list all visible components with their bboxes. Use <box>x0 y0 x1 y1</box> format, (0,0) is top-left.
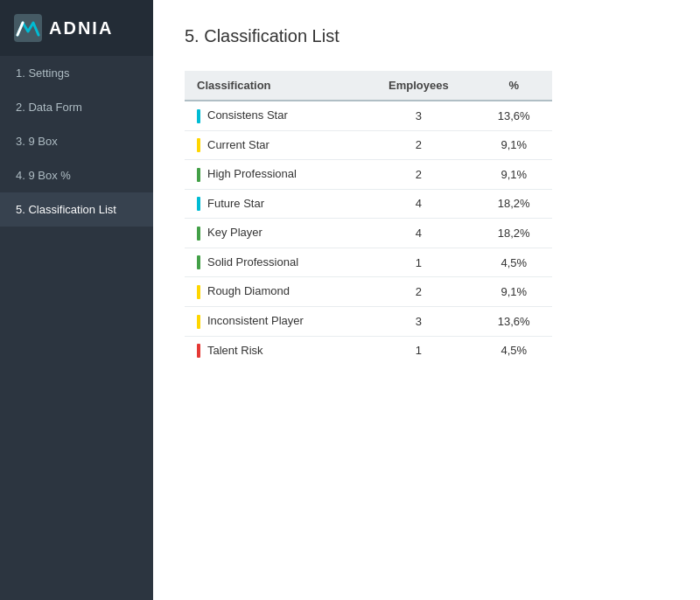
table-row: Talent Risk14,5% <box>185 336 552 365</box>
sidebar-item-9box[interactable]: 3. 9 Box <box>0 124 153 158</box>
color-bar-6 <box>197 285 200 299</box>
color-bar-1 <box>197 138 200 152</box>
sidebar-item-classification-list[interactable]: 5. Classification List <box>0 192 153 227</box>
cell-employees-3: 4 <box>361 189 475 219</box>
cell-pct-4: 18,2% <box>475 219 552 248</box>
col-header-1: Employees <box>361 71 475 101</box>
cell-name-0: Consistens Star <box>185 101 361 130</box>
table-row: High Professional29,1% <box>185 160 552 190</box>
classification-name-5: Solid Professional <box>207 255 298 269</box>
sidebar-item-data-form[interactable]: 2. Data Form <box>0 90 153 124</box>
main-content: 5. Classification List ClassificationEmp… <box>153 0 700 600</box>
table-row: Current Star29,1% <box>185 130 552 160</box>
table-row: Rough Diamond29,1% <box>185 277 552 307</box>
table-row: Consistens Star313,6% <box>185 101 552 130</box>
cell-pct-5: 4,5% <box>475 248 552 277</box>
col-header-2: % <box>475 71 552 101</box>
cell-pct-7: 13,6% <box>475 306 552 336</box>
cell-employees-0: 3 <box>361 101 475 130</box>
classification-name-7: Inconsistent Player <box>207 314 304 327</box>
cell-name-7: Inconsistent Player <box>185 306 361 336</box>
classification-name-6: Rough Diamond <box>207 284 290 297</box>
nav-items: 1. Settings2. Data Form3. 9 Box4. 9 Box … <box>0 56 153 227</box>
table-row: Future Star418,2% <box>185 189 552 219</box>
logo-text: ADNIA <box>49 18 113 38</box>
logo-area: ADNIA <box>0 0 153 56</box>
classification-name-0: Consistens Star <box>207 108 288 122</box>
color-bar-4 <box>197 227 200 241</box>
cell-employees-2: 2 <box>361 160 475 190</box>
cell-pct-1: 9,1% <box>475 130 552 160</box>
classification-name-2: High Professional <box>207 167 297 180</box>
cell-name-4: Key Player <box>185 219 361 248</box>
svg-rect-0 <box>14 14 42 42</box>
table-header-row: ClassificationEmployees% <box>185 71 552 101</box>
col-header-0: Classification <box>185 71 361 101</box>
cell-employees-1: 2 <box>361 130 475 160</box>
color-bar-8 <box>197 344 200 358</box>
color-bar-7 <box>197 315 200 329</box>
color-bar-2 <box>197 168 200 182</box>
cell-employees-5: 1 <box>361 248 475 277</box>
cell-name-6: Rough Diamond <box>185 277 361 307</box>
cell-name-8: Talent Risk <box>185 336 361 365</box>
classification-name-8: Talent Risk <box>207 344 263 357</box>
cell-employees-4: 4 <box>361 219 475 248</box>
cell-name-5: Solid Professional <box>185 248 361 277</box>
cell-pct-2: 9,1% <box>475 160 552 190</box>
classification-name-3: Future Star <box>207 197 264 210</box>
cell-employees-8: 1 <box>361 336 475 365</box>
cell-pct-0: 13,6% <box>475 101 552 130</box>
cell-employees-7: 3 <box>361 306 475 336</box>
logo-icon <box>14 14 42 42</box>
cell-pct-6: 9,1% <box>475 277 552 307</box>
cell-name-2: High Professional <box>185 160 361 190</box>
color-bar-3 <box>197 197 200 211</box>
sidebar: ADNIA 1. Settings2. Data Form3. 9 Box4. … <box>0 0 153 600</box>
classification-name-4: Key Player <box>207 226 262 239</box>
cell-pct-8: 4,5% <box>475 336 552 365</box>
color-bar-5 <box>197 255 200 269</box>
sidebar-item-9box-pct[interactable]: 4. 9 Box % <box>0 158 153 192</box>
cell-employees-6: 2 <box>361 277 475 307</box>
table-row: Solid Professional14,5% <box>185 248 552 277</box>
table-row: Inconsistent Player313,6% <box>185 306 552 336</box>
cell-pct-3: 18,2% <box>475 189 552 219</box>
color-bar-0 <box>197 109 200 123</box>
cell-name-1: Current Star <box>185 130 361 160</box>
cell-name-3: Future Star <box>185 189 361 219</box>
classification-table: ClassificationEmployees% Consistens Star… <box>185 71 552 365</box>
sidebar-item-settings[interactable]: 1. Settings <box>0 56 153 90</box>
page-title: 5. Classification List <box>185 26 668 46</box>
classification-name-1: Current Star <box>207 138 270 151</box>
table-body: Consistens Star313,6%Current Star29,1%Hi… <box>185 101 552 365</box>
table-row: Key Player418,2% <box>185 219 552 248</box>
